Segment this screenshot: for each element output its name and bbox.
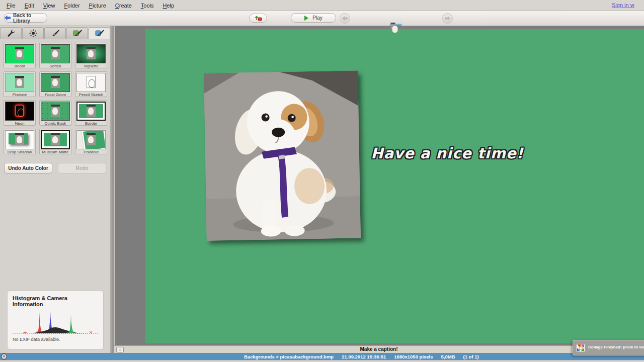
effects-grid: Boost Soften Vignette Pixelate Focal Zoo… xyxy=(4,43,107,154)
collage-icon xyxy=(254,15,262,22)
status-dimensions: 1680x1050 pixels xyxy=(394,354,433,359)
effect-boost[interactable]: Boost xyxy=(4,43,36,68)
effect-label: Vignette xyxy=(76,63,106,68)
wrench-icon xyxy=(7,30,15,37)
effect-border-preview xyxy=(76,102,106,121)
histogram-title: Histogram & Camera Information xyxy=(13,295,98,307)
menu-edit[interactable]: Edit xyxy=(20,1,39,10)
exif-status-text: No EXIF data available. xyxy=(13,337,98,342)
collapse-status-button[interactable]: « xyxy=(1,353,7,359)
next-photo-button[interactable] xyxy=(442,13,453,24)
sign-in-link[interactable]: Sign in w xyxy=(612,2,644,8)
effect-border[interactable]: Border xyxy=(75,100,107,126)
status-info: Backgrounds > picasabackground.bmp 21.09… xyxy=(244,353,479,360)
puppy-photo xyxy=(204,70,361,240)
effect-vignette[interactable]: Vignette xyxy=(75,43,107,68)
puppy-thumbnail xyxy=(15,47,24,59)
effect-label: Pixelate xyxy=(5,92,34,97)
effect-label: Soften xyxy=(41,63,70,68)
status-photo-index: (1 of 1) xyxy=(463,354,479,359)
puppy-thumbnail xyxy=(51,47,60,59)
effect-drop-shadow-preview xyxy=(5,130,34,149)
puppy-thumbnail xyxy=(51,133,60,145)
caption-bar[interactable]: = Make a caption! xyxy=(114,345,644,353)
effect-pixelate-preview xyxy=(5,73,34,92)
collage-finished-notification[interactable]: Collage Finished! (click to view xyxy=(573,340,644,355)
blue-brush-icon xyxy=(95,30,104,37)
effect-focal-zoom[interactable]: Focal Zoom xyxy=(39,71,71,97)
play-button[interactable]: Play xyxy=(291,13,336,23)
redo-button[interactable]: Redo xyxy=(58,163,106,173)
play-icon xyxy=(304,16,308,21)
status-bar: « Backgrounds > picasabackground.bmp 21.… xyxy=(0,353,644,360)
effect-pencil-sketch-preview xyxy=(76,73,106,92)
effect-label: Neon xyxy=(5,121,34,126)
arrow-left-icon xyxy=(342,16,348,21)
puppy-thumbnail xyxy=(51,105,60,117)
effect-pixelate[interactable]: Pixelate xyxy=(4,71,36,97)
effect-label: Museum Matte xyxy=(41,149,70,154)
puppy-thumbnail xyxy=(87,76,96,88)
menu-folder[interactable]: Folder xyxy=(59,1,84,10)
menu-create[interactable]: Create xyxy=(111,1,136,10)
puppy-thumbnail xyxy=(15,76,24,88)
menu-view[interactable]: View xyxy=(39,1,60,10)
effect-boost-preview xyxy=(5,44,34,63)
menu-tools[interactable]: Tools xyxy=(136,1,158,10)
effect-comic-book[interactable]: Comic Book xyxy=(39,100,71,126)
green-brush-icon xyxy=(73,30,82,37)
tab-tuning[interactable] xyxy=(22,27,44,39)
tab-basic-fixes[interactable] xyxy=(0,27,22,39)
notification-text: Collage Finished! (click to view xyxy=(588,345,644,349)
histogram-chart xyxy=(13,310,99,334)
histogram-panel: Histogram & Camera Information No EXIF d… xyxy=(7,291,104,349)
effect-polaroid[interactable]: Polaroid xyxy=(75,129,107,154)
effect-focal-zoom-preview xyxy=(41,73,70,92)
status-file-path: Backgrounds > picasabackground.bmp xyxy=(244,354,334,359)
menu-bar: File Edit View Folder Picture Create Too… xyxy=(0,0,644,11)
caption-placeholder[interactable]: Make a caption! xyxy=(114,346,644,352)
effect-neon[interactable]: Neon xyxy=(4,100,36,126)
effect-label: Comic Book xyxy=(41,121,70,126)
edit-tabs xyxy=(0,27,110,39)
menu-help[interactable]: Help xyxy=(158,1,179,10)
puppy-thumbnail xyxy=(87,47,96,59)
puppy-thumbnail xyxy=(15,105,24,117)
effect-label: Drop Shadow xyxy=(5,149,34,154)
effect-label: Border xyxy=(76,121,106,126)
effect-label: Pencil Sketch xyxy=(76,92,106,97)
effect-soften-preview xyxy=(41,44,70,63)
edit-sidebar: Boost Soften Vignette Pixelate Focal Zoo… xyxy=(0,26,114,353)
effect-soften[interactable]: Soften xyxy=(39,43,71,68)
collage-button[interactable] xyxy=(249,14,267,23)
effect-pencil-sketch[interactable]: Pencil Sketch xyxy=(75,71,107,97)
sun-icon xyxy=(29,29,37,37)
play-button-label: Play xyxy=(312,15,322,21)
back-to-library-button[interactable]: Back to Library xyxy=(4,13,47,23)
sidebar-scrollbar[interactable] xyxy=(110,26,114,353)
tab-effects-green[interactable] xyxy=(66,27,88,39)
effect-drop-shadow[interactable]: Drop Shadow xyxy=(4,129,36,154)
brush-icon xyxy=(51,30,59,37)
status-datetime: 21.09.2012 15:36:51 xyxy=(342,354,386,359)
status-filesize: 5,0MB xyxy=(441,354,455,359)
effect-vignette-preview xyxy=(76,44,106,63)
menu-picture[interactable]: Picture xyxy=(85,1,111,10)
previous-photo-button[interactable] xyxy=(340,13,350,24)
puppy-thumbnail xyxy=(15,133,24,145)
tab-effects-blue[interactable] xyxy=(89,27,110,39)
effect-label: Polaroid xyxy=(76,149,106,154)
puppy-thumbnail xyxy=(391,23,395,29)
picasa-logo-icon xyxy=(577,344,585,352)
effect-museum-matte[interactable]: Museum Matte xyxy=(39,129,71,154)
tab-effects-basic[interactable] xyxy=(44,27,66,39)
puppy-thumbnail xyxy=(51,76,60,88)
window-bottom-edge xyxy=(0,360,644,362)
effect-label: Focal Zoom xyxy=(41,92,70,97)
back-button-label: Back to Library xyxy=(13,13,47,24)
toolbar: Back to Library Play A AB A A xyxy=(0,11,644,26)
puppy-thumbnail xyxy=(87,105,96,117)
back-arrow-icon xyxy=(5,15,11,21)
menu-file[interactable]: File xyxy=(2,1,20,10)
undo-auto-color-button[interactable]: Undo Auto Color xyxy=(4,163,52,173)
